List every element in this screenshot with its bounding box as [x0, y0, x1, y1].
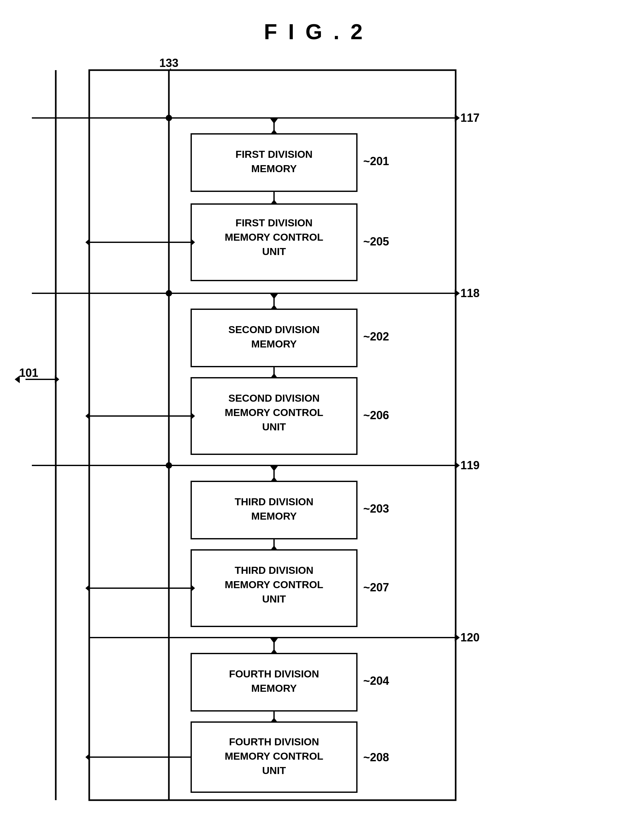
svg-marker-75	[455, 462, 460, 469]
svg-point-89	[166, 290, 172, 297]
svg-marker-77	[455, 634, 460, 641]
svg-rect-51	[191, 654, 357, 711]
svg-text:MEMORY CONTROL: MEMORY CONTROL	[225, 579, 323, 591]
svg-text:119: 119	[460, 459, 479, 472]
svg-marker-11	[270, 118, 278, 124]
svg-marker-34	[85, 412, 90, 420]
svg-text:FIRST DIVISION: FIRST DIVISION	[235, 148, 312, 160]
svg-text:MEMORY: MEMORY	[251, 163, 297, 174]
svg-marker-79	[15, 376, 20, 383]
svg-text:~201: ~201	[363, 155, 389, 168]
svg-text:MEMORY CONTROL: MEMORY CONTROL	[225, 750, 323, 762]
svg-text:MEMORY: MEMORY	[251, 338, 297, 350]
svg-text:~207: ~207	[363, 581, 389, 594]
svg-text:FIRST DIVISION: FIRST DIVISION	[235, 217, 312, 229]
svg-marker-25	[270, 305, 278, 310]
svg-marker-26	[270, 294, 278, 299]
svg-text:120: 120	[460, 631, 479, 644]
svg-marker-56	[270, 638, 278, 643]
svg-text:UNIT: UNIT	[262, 593, 286, 605]
svg-text:~206: ~206	[363, 409, 389, 422]
svg-marker-32	[270, 373, 278, 378]
svg-text:MEMORY: MEMORY	[251, 510, 297, 522]
svg-marker-10	[270, 129, 278, 134]
svg-marker-73	[455, 289, 460, 297]
svg-marker-55	[270, 649, 278, 654]
svg-rect-36	[191, 482, 357, 539]
svg-text:~204: ~204	[363, 674, 389, 687]
svg-text:FOURTH DIVISION: FOURTH DIVISION	[229, 736, 319, 748]
svg-text:~202: ~202	[363, 330, 389, 343]
svg-marker-71	[455, 114, 460, 122]
svg-text:~203: ~203	[363, 502, 389, 515]
svg-rect-21	[191, 309, 357, 366]
svg-text:THIRD DIVISION: THIRD DIVISION	[235, 496, 313, 507]
svg-marker-17	[270, 200, 278, 205]
svg-text:~205: ~205	[363, 235, 389, 248]
svg-text:UNIT: UNIT	[262, 765, 286, 776]
svg-marker-67	[55, 376, 59, 383]
svg-text:UNIT: UNIT	[262, 246, 286, 257]
svg-text:133: 133	[159, 57, 178, 69]
svg-text:~208: ~208	[363, 751, 389, 764]
svg-marker-62	[270, 718, 278, 723]
svg-text:UNIT: UNIT	[262, 421, 286, 433]
svg-text:117: 117	[460, 111, 479, 124]
svg-marker-40	[270, 477, 278, 482]
svg-text:101: 101	[19, 366, 38, 379]
svg-marker-41	[270, 466, 278, 471]
svg-marker-47	[270, 545, 278, 551]
svg-text:SECOND DIVISION: SECOND DIVISION	[229, 324, 320, 335]
svg-text:SECOND DIVISION: SECOND DIVISION	[229, 392, 320, 404]
svg-marker-64	[85, 753, 90, 761]
svg-point-90	[166, 462, 172, 469]
svg-point-88	[166, 115, 172, 121]
svg-marker-19	[85, 238, 90, 246]
svg-text:MEMORY: MEMORY	[251, 682, 297, 694]
svg-text:118: 118	[460, 287, 479, 300]
svg-text:FOURTH DIVISION: FOURTH DIVISION	[229, 668, 319, 680]
svg-marker-49	[85, 584, 90, 592]
svg-text:THIRD DIVISION: THIRD DIVISION	[235, 565, 313, 576]
svg-text:MEMORY CONTROL: MEMORY CONTROL	[225, 407, 323, 418]
svg-rect-6	[191, 134, 357, 191]
svg-text:MEMORY CONTROL: MEMORY CONTROL	[225, 231, 323, 243]
